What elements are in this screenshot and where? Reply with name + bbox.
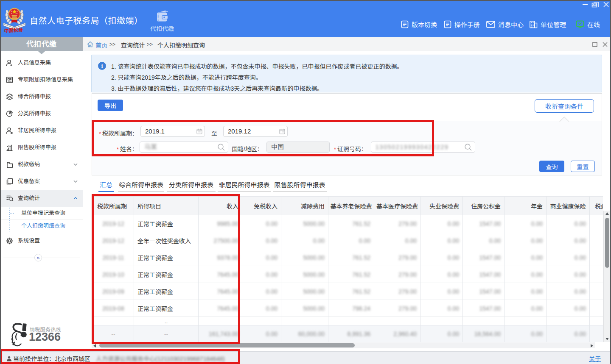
svg-text:中国税务: 中国税务 [4,26,23,34]
